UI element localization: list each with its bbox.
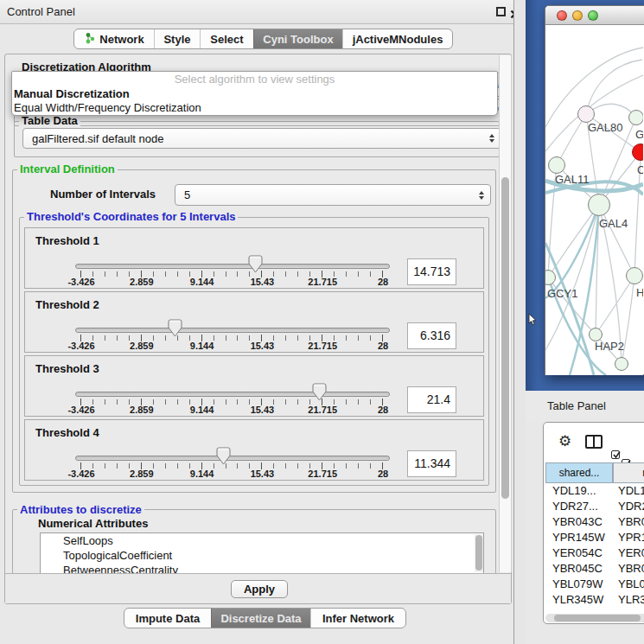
table-row[interactable]: YLR345WYLR3 bbox=[545, 592, 644, 608]
attributes-list: SelfLoopsTopologicalCoefficientBetweenne… bbox=[40, 532, 484, 573]
tab-discretize-data[interactable]: Discretize Data bbox=[211, 609, 310, 628]
threshold-label: Threshold 4 bbox=[35, 426, 99, 439]
threshold-label: Threshold 2 bbox=[35, 298, 99, 311]
tick-label: 28 bbox=[378, 277, 388, 287]
slider-thumb[interactable] bbox=[312, 383, 327, 401]
attribute-item[interactable]: BetweennessCentrality bbox=[41, 563, 483, 573]
slider-major-ticks bbox=[80, 462, 385, 469]
threshold-value-field[interactable]: 11.344 bbox=[407, 450, 456, 477]
network-window[interactable]: GAL80GACGAL11GAL4GCY1HHAP2 bbox=[545, 5, 644, 375]
slider-track[interactable] bbox=[75, 392, 390, 397]
network-node-gal4[interactable] bbox=[588, 194, 610, 216]
zoom-traffic-light[interactable] bbox=[588, 10, 598, 21]
tab-label: Style bbox=[163, 33, 190, 46]
table-hscrollbar-thumb[interactable] bbox=[554, 615, 641, 622]
node-label: GCY1 bbox=[547, 287, 577, 300]
table-header-shared-name[interactable]: shared... bbox=[545, 462, 613, 483]
network-node-ga[interactable] bbox=[628, 110, 643, 125]
network-node-gal80[interactable] bbox=[577, 105, 595, 123]
network-node-h[interactable] bbox=[626, 267, 643, 284]
slider-track[interactable] bbox=[75, 456, 390, 461]
slider-major-ticks bbox=[80, 271, 385, 277]
cell-name: YDL1 bbox=[613, 483, 644, 499]
panel-divider[interactable] bbox=[513, 0, 526, 644]
table-data-combobox[interactable]: galFiltered.sif default node bbox=[22, 128, 499, 149]
gear-icon[interactable]: ⚙ bbox=[558, 434, 571, 449]
tick-label: 9.144 bbox=[190, 405, 214, 415]
checkbox-icon[interactable] bbox=[611, 450, 620, 459]
table-header-name[interactable]: n bbox=[613, 462, 644, 483]
control-panel-titlebar: Control Panel bbox=[0, 0, 513, 24]
close-traffic-light[interactable] bbox=[557, 10, 567, 21]
list-scrollbar[interactable] bbox=[475, 534, 483, 572]
node-label: GAL80 bbox=[588, 121, 622, 134]
network-window-titlebar[interactable] bbox=[545, 6, 644, 25]
table-row[interactable]: YDR27...YDR2 bbox=[545, 499, 644, 514]
cell-shared-name: YDR27... bbox=[545, 499, 613, 514]
tick-label: 15.43 bbox=[251, 405, 275, 415]
cell-name: YBR0 bbox=[613, 561, 644, 577]
tick-label: 21.715 bbox=[308, 405, 337, 415]
table-data-value: galFiltered.sif default node bbox=[32, 132, 163, 145]
attribute-item[interactable]: SelfLoops bbox=[41, 533, 483, 548]
tick-label: 9.144 bbox=[190, 277, 214, 287]
table-toolbar: ⚙ bbox=[544, 423, 644, 461]
threshold-panel: Threshold 4 -3.4262.8599.14415.4321.7152… bbox=[24, 419, 484, 481]
tab-impute-data[interactable]: Impute Data bbox=[124, 609, 211, 628]
network-node-gal11[interactable] bbox=[548, 156, 565, 174]
tick-label: 21.715 bbox=[308, 341, 337, 351]
dropdown-item[interactable]: Manual Discretization bbox=[12, 87, 497, 101]
table-row[interactable]: YDL19...YDL1 bbox=[545, 483, 644, 499]
tab-style[interactable]: Style bbox=[154, 29, 200, 48]
num-intervals-combobox[interactable]: 5 bbox=[175, 184, 491, 206]
network-node-c[interactable] bbox=[632, 143, 643, 161]
tick-label: 9.144 bbox=[190, 341, 214, 351]
split-columns-icon[interactable] bbox=[585, 435, 603, 449]
tick-label: -3.426 bbox=[67, 277, 94, 287]
panel-scrollbar[interactable] bbox=[499, 55, 512, 572]
table-hscrollbar[interactable] bbox=[545, 614, 644, 622]
threshold-value-field[interactable]: 6.316 bbox=[407, 322, 456, 349]
table-row[interactable]: YPR145WYPR1 bbox=[545, 530, 644, 545]
tab-label: Impute Data bbox=[136, 612, 200, 625]
slider-track[interactable] bbox=[75, 264, 390, 269]
node-label: GAL11 bbox=[555, 173, 590, 186]
cell-shared-name: YBR043C bbox=[545, 514, 613, 530]
panel-scroll-area: Discretization Algorithm Select algorith… bbox=[5, 54, 499, 573]
algorithm-dropdown-popup: Select algorithm to view settings Manual… bbox=[11, 71, 498, 116]
float-window-icon[interactable] bbox=[496, 7, 506, 16]
network-content[interactable]: GAL80GACGAL11GAL4GCY1HHAP2 bbox=[545, 25, 643, 375]
tick-label: 21.715 bbox=[308, 277, 337, 287]
tab-label: Cyni Toolbox bbox=[263, 33, 333, 46]
tab-select[interactable]: Select bbox=[200, 29, 253, 48]
cell-shared-name: YBL079W bbox=[545, 577, 613, 592]
network-node[interactable] bbox=[615, 357, 628, 371]
tab-infer-network[interactable]: Infer Network bbox=[310, 609, 405, 628]
attribute-item[interactable]: TopologicalCoefficient bbox=[41, 548, 483, 563]
tick-label: -3.426 bbox=[67, 341, 94, 351]
table-row[interactable]: YER054CYER0 bbox=[545, 545, 644, 561]
panel-scrollbar-thumb[interactable] bbox=[501, 177, 509, 499]
tab-cyni-toolbox[interactable]: Cyni Toolbox bbox=[253, 29, 342, 48]
cell-shared-name: YLR345W bbox=[545, 592, 613, 608]
slider-thumb[interactable] bbox=[248, 255, 263, 273]
apply-button[interactable]: Apply bbox=[231, 580, 288, 598]
tab-jactivemnodules[interactable]: jActiveMNodules bbox=[342, 29, 452, 48]
dropdown-item[interactable]: Equal Width/Frequency Discretization bbox=[12, 101, 497, 115]
slider-thumb[interactable] bbox=[168, 319, 182, 337]
table-row[interactable]: YIL052CYIL0 bbox=[545, 608, 644, 611]
numerical-attributes-label: Numerical Attributes bbox=[38, 517, 148, 530]
table-row[interactable]: YBR045CYBR0 bbox=[545, 561, 644, 577]
threshold-value-field[interactable]: 14.713 bbox=[407, 258, 456, 285]
threshold-value-field[interactable]: 21.4 bbox=[407, 386, 456, 413]
table-row[interactable]: YBR043CYBR0 bbox=[545, 514, 644, 530]
tab-network[interactable]: Network bbox=[74, 29, 154, 48]
slider-track[interactable] bbox=[75, 328, 390, 333]
num-intervals-value: 5 bbox=[184, 188, 190, 201]
slider-thumb[interactable] bbox=[216, 447, 231, 465]
table-row[interactable]: YBL079WYBL0 bbox=[545, 577, 644, 592]
node-label: GAL4 bbox=[599, 217, 628, 230]
tab-label: jActiveMNodules bbox=[353, 33, 443, 46]
minimize-traffic-light[interactable] bbox=[572, 10, 583, 21]
table-panel-title: Table Panel bbox=[547, 399, 606, 412]
